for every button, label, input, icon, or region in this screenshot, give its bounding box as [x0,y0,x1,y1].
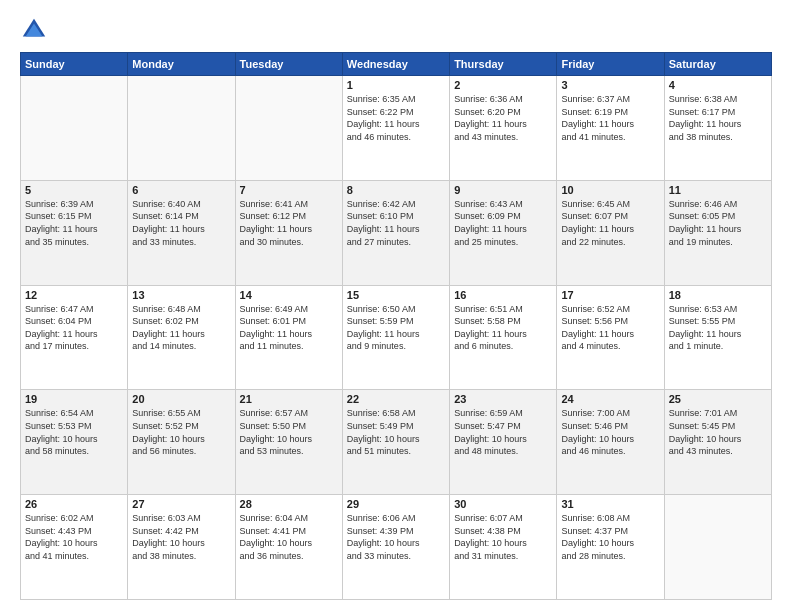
day-info: Sunrise: 6:35 AM Sunset: 6:22 PM Dayligh… [347,93,445,143]
calendar-week-row: 5Sunrise: 6:39 AM Sunset: 6:15 PM Daylig… [21,180,772,285]
day-info: Sunrise: 6:37 AM Sunset: 6:19 PM Dayligh… [561,93,659,143]
day-number: 23 [454,393,552,405]
calendar-cell: 31Sunrise: 6:08 AM Sunset: 4:37 PM Dayli… [557,495,664,600]
day-number: 14 [240,289,338,301]
day-number: 15 [347,289,445,301]
day-info: Sunrise: 6:58 AM Sunset: 5:49 PM Dayligh… [347,407,445,457]
calendar-cell: 17Sunrise: 6:52 AM Sunset: 5:56 PM Dayli… [557,285,664,390]
calendar-cell [664,495,771,600]
day-info: Sunrise: 6:43 AM Sunset: 6:09 PM Dayligh… [454,198,552,248]
day-info: Sunrise: 6:52 AM Sunset: 5:56 PM Dayligh… [561,303,659,353]
calendar-week-row: 12Sunrise: 6:47 AM Sunset: 6:04 PM Dayli… [21,285,772,390]
calendar-cell: 27Sunrise: 6:03 AM Sunset: 4:42 PM Dayli… [128,495,235,600]
calendar-cell: 4Sunrise: 6:38 AM Sunset: 6:17 PM Daylig… [664,76,771,181]
weekday-header-wednesday: Wednesday [342,53,449,76]
calendar-cell: 7Sunrise: 6:41 AM Sunset: 6:12 PM Daylig… [235,180,342,285]
day-info: Sunrise: 6:46 AM Sunset: 6:05 PM Dayligh… [669,198,767,248]
day-number: 19 [25,393,123,405]
weekday-header-monday: Monday [128,53,235,76]
calendar-cell: 24Sunrise: 7:00 AM Sunset: 5:46 PM Dayli… [557,390,664,495]
day-number: 3 [561,79,659,91]
calendar-cell: 3Sunrise: 6:37 AM Sunset: 6:19 PM Daylig… [557,76,664,181]
calendar-cell: 10Sunrise: 6:45 AM Sunset: 6:07 PM Dayli… [557,180,664,285]
day-number: 31 [561,498,659,510]
calendar-cell: 23Sunrise: 6:59 AM Sunset: 5:47 PM Dayli… [450,390,557,495]
day-number: 10 [561,184,659,196]
calendar-cell: 28Sunrise: 6:04 AM Sunset: 4:41 PM Dayli… [235,495,342,600]
header [20,16,772,44]
day-number: 24 [561,393,659,405]
day-info: Sunrise: 6:03 AM Sunset: 4:42 PM Dayligh… [132,512,230,562]
day-info: Sunrise: 6:49 AM Sunset: 6:01 PM Dayligh… [240,303,338,353]
calendar-cell: 2Sunrise: 6:36 AM Sunset: 6:20 PM Daylig… [450,76,557,181]
day-info: Sunrise: 6:50 AM Sunset: 5:59 PM Dayligh… [347,303,445,353]
day-number: 13 [132,289,230,301]
day-info: Sunrise: 6:54 AM Sunset: 5:53 PM Dayligh… [25,407,123,457]
day-info: Sunrise: 6:08 AM Sunset: 4:37 PM Dayligh… [561,512,659,562]
calendar-cell [21,76,128,181]
day-number: 16 [454,289,552,301]
day-info: Sunrise: 6:59 AM Sunset: 5:47 PM Dayligh… [454,407,552,457]
day-number: 11 [669,184,767,196]
day-info: Sunrise: 6:47 AM Sunset: 6:04 PM Dayligh… [25,303,123,353]
day-number: 25 [669,393,767,405]
day-info: Sunrise: 6:02 AM Sunset: 4:43 PM Dayligh… [25,512,123,562]
day-number: 22 [347,393,445,405]
day-info: Sunrise: 7:00 AM Sunset: 5:46 PM Dayligh… [561,407,659,457]
day-number: 26 [25,498,123,510]
day-info: Sunrise: 6:42 AM Sunset: 6:10 PM Dayligh… [347,198,445,248]
weekday-header-tuesday: Tuesday [235,53,342,76]
calendar-cell: 20Sunrise: 6:55 AM Sunset: 5:52 PM Dayli… [128,390,235,495]
calendar-cell: 15Sunrise: 6:50 AM Sunset: 5:59 PM Dayli… [342,285,449,390]
day-info: Sunrise: 6:48 AM Sunset: 6:02 PM Dayligh… [132,303,230,353]
calendar-cell: 12Sunrise: 6:47 AM Sunset: 6:04 PM Dayli… [21,285,128,390]
weekday-header-saturday: Saturday [664,53,771,76]
calendar-cell: 14Sunrise: 6:49 AM Sunset: 6:01 PM Dayli… [235,285,342,390]
weekday-header-sunday: Sunday [21,53,128,76]
day-number: 20 [132,393,230,405]
calendar-cell: 11Sunrise: 6:46 AM Sunset: 6:05 PM Dayli… [664,180,771,285]
weekday-header-thursday: Thursday [450,53,557,76]
day-number: 1 [347,79,445,91]
logo [20,16,52,44]
day-number: 2 [454,79,552,91]
calendar-cell: 22Sunrise: 6:58 AM Sunset: 5:49 PM Dayli… [342,390,449,495]
day-info: Sunrise: 6:41 AM Sunset: 6:12 PM Dayligh… [240,198,338,248]
day-info: Sunrise: 6:36 AM Sunset: 6:20 PM Dayligh… [454,93,552,143]
calendar-cell: 18Sunrise: 6:53 AM Sunset: 5:55 PM Dayli… [664,285,771,390]
calendar-week-row: 1Sunrise: 6:35 AM Sunset: 6:22 PM Daylig… [21,76,772,181]
calendar-cell: 6Sunrise: 6:40 AM Sunset: 6:14 PM Daylig… [128,180,235,285]
day-number: 27 [132,498,230,510]
calendar-week-row: 26Sunrise: 6:02 AM Sunset: 4:43 PM Dayli… [21,495,772,600]
day-info: Sunrise: 6:06 AM Sunset: 4:39 PM Dayligh… [347,512,445,562]
day-number: 5 [25,184,123,196]
calendar-week-row: 19Sunrise: 6:54 AM Sunset: 5:53 PM Dayli… [21,390,772,495]
day-number: 6 [132,184,230,196]
page: SundayMondayTuesdayWednesdayThursdayFrid… [0,0,792,612]
calendar-table: SundayMondayTuesdayWednesdayThursdayFrid… [20,52,772,600]
calendar-cell: 21Sunrise: 6:57 AM Sunset: 5:50 PM Dayli… [235,390,342,495]
calendar-cell [235,76,342,181]
day-info: Sunrise: 6:38 AM Sunset: 6:17 PM Dayligh… [669,93,767,143]
day-number: 17 [561,289,659,301]
day-number: 29 [347,498,445,510]
calendar-cell [128,76,235,181]
calendar-cell: 13Sunrise: 6:48 AM Sunset: 6:02 PM Dayli… [128,285,235,390]
day-number: 28 [240,498,338,510]
day-number: 12 [25,289,123,301]
day-info: Sunrise: 6:51 AM Sunset: 5:58 PM Dayligh… [454,303,552,353]
calendar-cell: 9Sunrise: 6:43 AM Sunset: 6:09 PM Daylig… [450,180,557,285]
day-info: Sunrise: 6:39 AM Sunset: 6:15 PM Dayligh… [25,198,123,248]
day-number: 30 [454,498,552,510]
calendar-cell: 19Sunrise: 6:54 AM Sunset: 5:53 PM Dayli… [21,390,128,495]
day-number: 9 [454,184,552,196]
day-info: Sunrise: 6:55 AM Sunset: 5:52 PM Dayligh… [132,407,230,457]
day-info: Sunrise: 7:01 AM Sunset: 5:45 PM Dayligh… [669,407,767,457]
day-number: 18 [669,289,767,301]
day-info: Sunrise: 6:40 AM Sunset: 6:14 PM Dayligh… [132,198,230,248]
day-info: Sunrise: 6:07 AM Sunset: 4:38 PM Dayligh… [454,512,552,562]
calendar-cell: 29Sunrise: 6:06 AM Sunset: 4:39 PM Dayli… [342,495,449,600]
weekday-header-row: SundayMondayTuesdayWednesdayThursdayFrid… [21,53,772,76]
calendar-cell: 25Sunrise: 7:01 AM Sunset: 5:45 PM Dayli… [664,390,771,495]
calendar-cell: 16Sunrise: 6:51 AM Sunset: 5:58 PM Dayli… [450,285,557,390]
